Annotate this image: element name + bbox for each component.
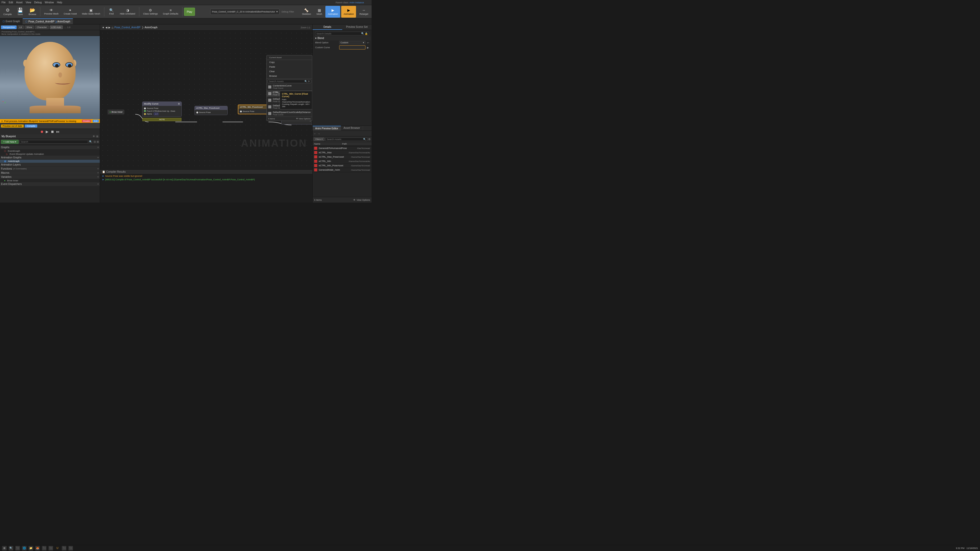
ctrl-min-node[interactable]: eCTRL_Min_PoseAsset Source Pose	[238, 105, 271, 114]
graph-defaults-button[interactable]: ≡ Graph Defaults	[161, 6, 181, 17]
mesh-button[interactable]: ▦ Mesh	[314, 6, 325, 17]
asset-settings-icon[interactable]: ⚙	[368, 138, 371, 141]
details-lock-icon[interactable]: 🔒	[365, 32, 368, 35]
find-button[interactable]: 🔍 Find	[106, 6, 117, 17]
eventgraph-item[interactable]: ⬡ EventGraph	[0, 149, 100, 152]
3d-viewport[interactable]: x y z	[0, 36, 100, 119]
functions-add-icon[interactable]: +	[97, 167, 99, 170]
animation-graphs-section[interactable]: Animation Graphs +	[0, 156, 100, 159]
modify-pose-e-dot	[144, 110, 146, 112]
brow-inner-variable[interactable]: ● Brow Inner	[0, 179, 100, 182]
lit-button[interactable]: Lit	[18, 25, 24, 29]
compile-button[interactable]: ⚙ Compile	[1, 6, 14, 17]
preview-outdated-badge: Preview out of date	[1, 124, 24, 127]
skeleton-icon: 🦴	[304, 8, 309, 12]
menu-window[interactable]: Window	[45, 1, 54, 4]
eye-icon: 👁	[93, 135, 95, 138]
hide-unrelated-button[interactable]: ◑ Hide Unrelated	[118, 6, 138, 17]
asset-nav-fwd[interactable]: →	[318, 132, 320, 135]
character-button[interactable]: Character	[35, 25, 49, 29]
animation-2-button[interactable]: ▶ Animation	[341, 6, 356, 17]
animation-graphs-add-icon[interactable]: +	[97, 156, 99, 159]
asset-row-1[interactable]: eCTRL_Max /Game/DazToUnreal/As	[313, 151, 372, 155]
browse-button[interactable]: 📂 Browse	[26, 6, 38, 17]
animation-layers-section[interactable]: Animation Layers	[0, 163, 100, 167]
class-settings-button[interactable]: ⚙ Class Settings	[141, 6, 160, 17]
menu-edit[interactable]: Edit	[9, 1, 13, 4]
asset-browser-tab[interactable]: Asset Browser	[341, 126, 363, 130]
preview-scene-tab[interactable]: Preview Scene Set	[342, 24, 372, 30]
edit-button[interactable]: Edit	[93, 120, 99, 122]
lod-auto-button[interactable]: LOD Auto	[50, 25, 63, 29]
preview-mesh-button[interactable]: 👁 Preview Mesh	[42, 6, 61, 17]
tab-event-graph[interactable]: ⬡ Event Graph	[0, 18, 23, 24]
brow-inner-node[interactable]: ● Brow Inner	[108, 110, 124, 114]
asset-row-2[interactable]: eCTRL_Max_PoseAsset /Game/DazToUnreal/	[313, 155, 372, 159]
menu-asset[interactable]: Asset	[16, 1, 22, 4]
event-dispatchers-add-icon[interactable]: +	[97, 183, 99, 186]
menu-file[interactable]: File	[2, 1, 6, 4]
skeleton-button[interactable]: 🦴 Skeleton	[300, 6, 313, 17]
col-path: Path	[342, 143, 370, 145]
event-graph-icon: ⬡	[3, 20, 5, 23]
graphs-section[interactable]: Graphs +	[0, 145, 100, 149]
breadcrumb-root[interactable]: Pose_Control_AnimBP	[115, 26, 140, 29]
details-tab[interactable]: Details	[313, 24, 342, 30]
custom-curve-field[interactable]	[339, 45, 366, 49]
reset-blend-icon[interactable]: ↩	[367, 41, 369, 44]
macros-section[interactable]: Macros +	[0, 171, 100, 175]
show-button[interactable]: Show	[25, 25, 34, 29]
modify-curve-pin: ⊕	[178, 103, 180, 105]
asset-row-5[interactable]: Genesis8Male_Anim /Game/DazToUnreal/	[313, 168, 372, 172]
animation-button[interactable]: ▶ Animation	[325, 6, 340, 17]
retarget-button[interactable]: ↔ Retarget	[357, 6, 371, 17]
record-button[interactable]: ⏺	[40, 130, 44, 134]
asset-nav-back[interactable]: ←	[313, 132, 317, 135]
make-static-mesh-button[interactable]: ▣ Make Static Mesh	[80, 6, 103, 17]
menu-view[interactable]: View	[25, 1, 31, 4]
asset-row-3[interactable]: eCTRL_Min /Game/DazToUnreal/As	[313, 159, 372, 164]
curve-arrow-icon[interactable]: ▶	[367, 46, 369, 49]
macros-add-icon[interactable]: +	[97, 171, 99, 174]
play-pause-button[interactable]: ▶	[45, 130, 49, 134]
star-icon[interactable]: ★	[102, 26, 104, 29]
modify-curve-node[interactable]: Modify Curve ⊕ Source Pose Pose E CTRLBr…	[142, 102, 182, 117]
disable-button[interactable]: Disable	[82, 120, 91, 122]
graphs-add-icon[interactable]: +	[97, 146, 99, 149]
forward-button[interactable]: ⏭	[56, 130, 60, 134]
animgraph-item[interactable]: ▦ AnimGraph	[0, 160, 100, 163]
variables-section[interactable]: Variables +	[0, 175, 100, 179]
add-new-button[interactable]: + Add New ▾	[1, 140, 19, 144]
functions-section[interactable]: Functions (4 Overridable) +	[0, 167, 100, 171]
my-blueprint-panel: My Blueprint 👁 ⊞ + Add New ▾ 🔍 ⊟ ⊞	[0, 134, 100, 203]
compile-preview-button[interactable]: Compile	[25, 124, 37, 127]
blueprint-search[interactable]	[20, 140, 88, 144]
breadcrumb-current[interactable]: AnimGraph	[145, 26, 158, 29]
nav-back-btn[interactable]: ◀	[105, 26, 107, 29]
event-bp-update-item[interactable]: ▷ Event Blueprint Update Animation	[0, 152, 100, 156]
play-button[interactable]: Play	[184, 8, 195, 16]
menu-debug[interactable]: Debug	[34, 1, 41, 4]
view-options-label[interactable]: View Options	[356, 199, 370, 201]
details-search-input[interactable]	[317, 32, 361, 35]
filters-button[interactable]: Filters ▾	[313, 138, 325, 141]
blend-section-header[interactable]: ▾ Blend	[313, 36, 371, 40]
variables-add-icon[interactable]: +	[97, 176, 99, 178]
asset-row-0[interactable]: GenesisBToHumanoidPose /DazToUnreal/	[313, 146, 372, 151]
stop-button[interactable]: ⏹	[50, 130, 55, 134]
alpha-value[interactable]: 1.0	[154, 113, 159, 115]
event-dispatchers-section[interactable]: Event Dispatchers +	[0, 182, 100, 186]
nav-fwd-btn[interactable]: ▶	[108, 26, 110, 29]
menu-help[interactable]: Help	[57, 1, 62, 4]
anim-preview-editor-tab[interactable]: Anim Preview Editor	[313, 126, 341, 130]
blend-option-dropdown[interactable]: Custom ▾	[339, 41, 366, 44]
asset-5-path: /Game/DazToUnreal/	[351, 169, 370, 171]
ctrl-max-node[interactable]: eCTRL_Max_PoseAsset Source Pose	[194, 106, 228, 115]
asset-search-input[interactable]	[327, 138, 363, 141]
perspective-button[interactable]: Perspective	[1, 25, 17, 29]
save-button[interactable]: 💾 Save	[14, 6, 26, 17]
tab-anim-graph[interactable]: ⬡ Pose_Control_AnimBP ❯ AnimGraph	[23, 18, 73, 24]
create-asset-button[interactable]: ✦ Create Asset	[62, 6, 80, 17]
asset-row-4[interactable]: eCTRL_Min_PoseAsset /Game/DazToUnreal/	[313, 164, 372, 168]
actor-dropdown[interactable]: Pose_Control_AnimBP_C_20 in AnimationEdi…	[210, 9, 280, 15]
